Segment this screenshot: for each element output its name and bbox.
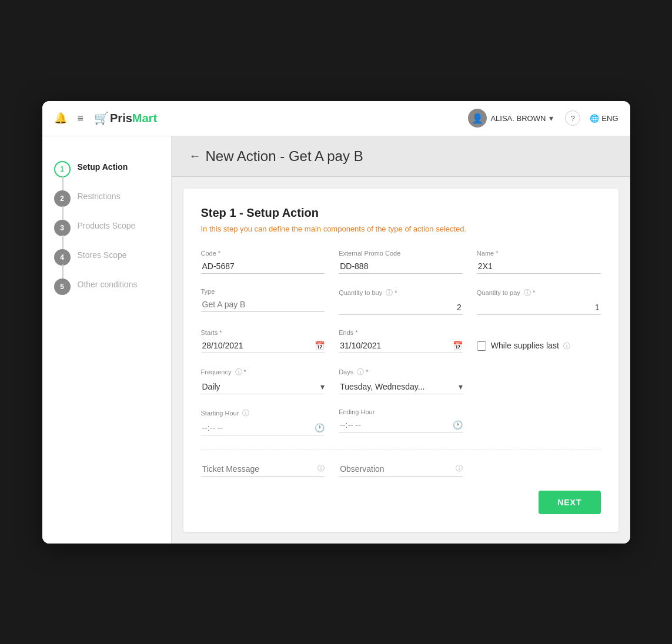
ticket-message-input[interactable] bbox=[201, 462, 316, 476]
form-row-2: Type Quantity to buy ⓘ * Quantity bbox=[201, 288, 601, 315]
qty-buy-label: Quantity to buy ⓘ * bbox=[339, 288, 463, 298]
header-left: 🔔 ≡ 🛒 Pris Mart bbox=[54, 111, 158, 125]
globe-icon: 🌐 bbox=[590, 114, 599, 123]
page-title: New Action - Get A pay B bbox=[206, 148, 363, 165]
ending-hour-input[interactable] bbox=[339, 418, 453, 432]
observation-info-icon: ⓘ bbox=[456, 464, 463, 474]
step-5-label: Other conditions bbox=[78, 277, 138, 289]
header: 🔔 ≡ 🛒 Pris Mart 👤 ALISA. BROWN ▾ ? 🌐 ENG bbox=[42, 101, 630, 136]
ends-label: Ends * bbox=[339, 329, 463, 336]
qty-buy-info-icon: ⓘ bbox=[386, 289, 393, 297]
name-input[interactable] bbox=[477, 259, 601, 274]
menu-icon[interactable]: ≡ bbox=[78, 112, 84, 125]
while-supplies-label: While supplies last ⓘ bbox=[491, 341, 570, 351]
avatar: 👤 bbox=[468, 109, 487, 128]
days-select[interactable]: Tuesday, Wednesday... bbox=[339, 380, 459, 394]
qty-buy-field: Quantity to buy ⓘ * bbox=[339, 288, 463, 315]
starting-hour-input[interactable] bbox=[201, 421, 315, 435]
form-row-6: ⓘ ⓘ bbox=[201, 462, 601, 477]
qty-pay-field: Quantity to pay ⓘ * bbox=[477, 288, 601, 315]
spacer-field-3 bbox=[477, 462, 601, 477]
chevron-down-icon: ▾ bbox=[549, 113, 553, 123]
form-card: Step 1 - Setup Action In this step you c… bbox=[183, 189, 618, 532]
qty-pay-info-icon: ⓘ bbox=[524, 289, 531, 297]
cart-icon: 🛒 bbox=[94, 111, 109, 125]
step-3-label: Products Scope bbox=[78, 219, 136, 230]
starting-hour-field: Starting Hour ⓘ 🕐 bbox=[201, 408, 325, 435]
spacer-field bbox=[477, 367, 601, 394]
form-row-1: Code * External Promo Code Name * bbox=[201, 250, 601, 274]
sidebar-item-setup-action[interactable]: 1 Setup Action bbox=[54, 154, 159, 183]
type-label: Type bbox=[201, 288, 325, 295]
sidebar-item-products-scope[interactable]: 3 Products Scope bbox=[54, 213, 159, 242]
sidebar: 1 Setup Action 2 Restrictions 3 Products… bbox=[42, 136, 172, 544]
ending-hour-clock-icon[interactable]: 🕐 bbox=[453, 420, 463, 430]
spacer-field-2 bbox=[477, 408, 601, 435]
header-right: ? 🌐 ENG bbox=[565, 110, 618, 126]
page-header: ← New Action - Get A pay B bbox=[172, 136, 630, 177]
ticket-msg-wrapper: ⓘ bbox=[201, 462, 325, 477]
ending-hour-label: Ending Hour bbox=[339, 408, 463, 415]
main-layout: 1 Setup Action 2 Restrictions 3 Products… bbox=[42, 136, 630, 544]
sidebar-item-stores-scope[interactable]: 4 Stores Scope bbox=[54, 242, 159, 271]
step-2-label: Restrictions bbox=[78, 189, 121, 201]
starting-hour-clock-icon[interactable]: 🕐 bbox=[315, 423, 325, 432]
next-button[interactable]: NEXT bbox=[539, 491, 600, 514]
language-label: ENG bbox=[601, 114, 618, 123]
step-3-circle: 3 bbox=[54, 220, 71, 236]
step-2-circle: 2 bbox=[54, 190, 71, 207]
bell-icon[interactable]: 🔔 bbox=[54, 112, 67, 125]
ext-promo-input[interactable] bbox=[339, 259, 463, 274]
qty-pay-input[interactable] bbox=[477, 300, 601, 315]
back-arrow-icon[interactable]: ← bbox=[189, 149, 201, 163]
user-name: ALISA. BROWN bbox=[490, 114, 546, 123]
observation-input[interactable] bbox=[339, 462, 454, 476]
days-field: Days ⓘ * Tuesday, Wednesday... ▾ bbox=[339, 367, 463, 394]
code-field: Code * bbox=[201, 250, 325, 274]
user-menu[interactable]: 👤 ALISA. BROWN ▾ bbox=[468, 109, 553, 128]
ends-input[interactable] bbox=[339, 338, 453, 353]
code-input[interactable] bbox=[201, 259, 325, 274]
qty-buy-input[interactable] bbox=[339, 300, 463, 315]
form-actions: NEXT bbox=[201, 491, 601, 514]
form-subtitle: In this step you can define the main com… bbox=[201, 224, 601, 233]
days-chevron-icon: ▾ bbox=[459, 382, 463, 391]
back-link[interactable]: ← New Action - Get A pay B bbox=[189, 148, 613, 165]
step-4-label: Stores Scope bbox=[78, 248, 127, 260]
ext-promo-label: External Promo Code bbox=[339, 250, 463, 257]
form-row-5: Starting Hour ⓘ 🕐 Ending Hour 🕐 bbox=[201, 408, 601, 435]
starts-field: Starts * 📅 bbox=[201, 329, 325, 353]
name-field: Name * bbox=[477, 250, 601, 274]
app-window: 🔔 ≡ 🛒 Pris Mart 👤 ALISA. BROWN ▾ ? 🌐 ENG bbox=[42, 101, 630, 544]
observation-wrapper: ⓘ bbox=[339, 462, 463, 477]
frequency-select[interactable]: Daily bbox=[201, 380, 321, 394]
while-supplies-info-icon: ⓘ bbox=[563, 342, 570, 350]
days-info-icon: ⓘ bbox=[357, 368, 364, 376]
while-supplies-field: While supplies last ⓘ bbox=[477, 329, 601, 353]
starts-calendar-icon[interactable]: 📅 bbox=[315, 341, 325, 350]
days-label: Days ⓘ * bbox=[339, 367, 463, 377]
form-title: Step 1 - Setup Action bbox=[201, 206, 601, 220]
ending-hour-field: Ending Hour 🕐 bbox=[339, 408, 463, 435]
while-supplies-checkbox[interactable] bbox=[477, 341, 486, 351]
form-row-3: Starts * 📅 Ends * 📅 bbox=[201, 329, 601, 353]
type-input[interactable] bbox=[201, 297, 325, 312]
type-field: Type bbox=[201, 288, 325, 315]
language-selector[interactable]: 🌐 ENG bbox=[590, 114, 618, 123]
days-select-wrapper: Tuesday, Wednesday... ▾ bbox=[339, 380, 463, 394]
starts-input[interactable] bbox=[201, 338, 315, 353]
while-supplies-row: While supplies last ⓘ bbox=[477, 329, 601, 351]
starts-label: Starts * bbox=[201, 329, 325, 336]
ends-field: Ends * 📅 bbox=[339, 329, 463, 353]
ends-input-wrapper: 📅 bbox=[339, 338, 463, 353]
sidebar-item-restrictions[interactable]: 2 Restrictions bbox=[54, 183, 159, 213]
step-1-label: Setup Action bbox=[78, 160, 128, 172]
help-icon[interactable]: ? bbox=[565, 110, 580, 126]
qty-pay-label: Quantity to pay ⓘ * bbox=[477, 288, 601, 298]
brand-logo: 🛒 Pris Mart bbox=[94, 111, 157, 125]
brand-pris: Pris bbox=[110, 112, 132, 125]
ends-calendar-icon[interactable]: 📅 bbox=[453, 341, 463, 350]
sidebar-item-other-conditions[interactable]: 5 Other conditions bbox=[54, 271, 159, 301]
frequency-select-wrapper: Daily ▾ bbox=[201, 380, 325, 394]
name-label: Name * bbox=[477, 250, 601, 257]
